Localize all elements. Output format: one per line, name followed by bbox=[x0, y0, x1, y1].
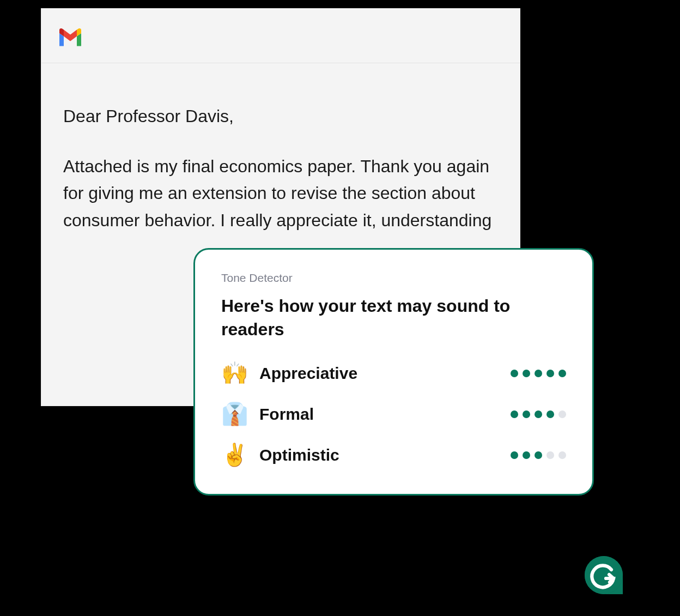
tone-score-dots bbox=[511, 410, 566, 418]
raised-hands-icon: 🙌 bbox=[221, 360, 254, 386]
score-dot bbox=[547, 451, 554, 459]
gmail-logo-icon bbox=[58, 28, 83, 46]
email-paragraph: Attached is my final economics paper. Th… bbox=[63, 153, 498, 234]
score-dot bbox=[511, 410, 518, 418]
tone-item: 👔 Formal bbox=[221, 401, 566, 427]
score-dot bbox=[547, 410, 554, 418]
tone-detector-label: Tone Detector bbox=[221, 271, 566, 285]
score-dot bbox=[558, 410, 566, 418]
victory-hand-icon: ✌️ bbox=[221, 442, 254, 468]
tone-detector-card[interactable]: Tone Detector Here's how your text may s… bbox=[193, 248, 594, 496]
score-dot bbox=[523, 451, 530, 459]
shirt-icon: 👔 bbox=[221, 401, 254, 427]
tone-score-dots bbox=[511, 451, 566, 459]
tone-name: Formal bbox=[259, 405, 511, 424]
email-body[interactable]: Dear Professor Davis, Attached is my fin… bbox=[41, 63, 520, 256]
tone-item: ✌️ Optimistic bbox=[221, 442, 566, 468]
score-dot bbox=[547, 370, 554, 377]
tone-detector-heading: Here's how your text may sound to reader… bbox=[221, 294, 566, 341]
score-dot bbox=[523, 410, 530, 418]
email-header bbox=[41, 9, 520, 63]
tone-item: 🙌 Appreciative bbox=[221, 360, 566, 386]
score-dot bbox=[558, 370, 566, 377]
score-dot bbox=[535, 410, 542, 418]
score-dot bbox=[535, 451, 542, 459]
tone-name: Optimistic bbox=[259, 446, 511, 464]
score-dot bbox=[535, 370, 542, 377]
grammarly-badge-icon[interactable] bbox=[585, 556, 623, 594]
email-salutation: Dear Professor Davis, bbox=[63, 104, 498, 129]
tone-name: Appreciative bbox=[259, 364, 511, 383]
score-dot bbox=[511, 370, 518, 377]
score-dot bbox=[558, 451, 566, 459]
score-dot bbox=[523, 370, 530, 377]
score-dot bbox=[511, 451, 518, 459]
tone-score-dots bbox=[511, 370, 566, 377]
